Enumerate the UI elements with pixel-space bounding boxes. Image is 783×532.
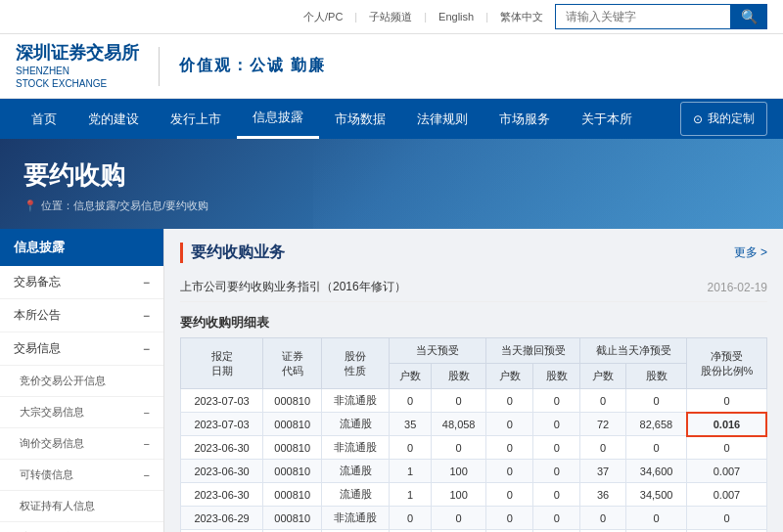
header: 深圳证券交易所 SHENZHEN STOCK EXCHANGE 价值观：公诚 勤… <box>0 34 783 99</box>
table-cell: 1 <box>390 460 431 483</box>
logo-cn: 深圳证券交易所 <box>16 42 139 65</box>
sidebar-item-xunjia[interactable]: 询价交易信息− <box>0 428 163 460</box>
table-cell: 0 <box>625 436 687 460</box>
table-cell: 流通股 <box>322 483 390 507</box>
sidebar-item-quanzheng[interactable]: 权证持有人信息 <box>0 491 163 522</box>
table-cell: 0 <box>486 389 533 413</box>
logo-area: 深圳证券交易所 SHENZHEN STOCK EXCHANGE 价值观：公诚 勤… <box>16 42 326 90</box>
table-row: 2023-06-30000810流通股1100003634,5000.007 <box>181 483 767 507</box>
table-cell: 0 <box>533 389 580 413</box>
hero-section: 要约收购 📍 位置：信息披露/交易信息/要约收购 <box>0 139 783 229</box>
sidebar-item-jingjiajiaoy[interactable]: 竞价交易公开信息 <box>0 366 163 397</box>
table-cell: 0 <box>533 413 580 436</box>
th-type: 股份性质 <box>322 338 390 389</box>
table-cell: 0 <box>533 507 580 530</box>
table-cell: 000810 <box>263 507 322 530</box>
sidebar-item-gonggao[interactable]: 本所公告− <box>0 299 163 332</box>
personal-link[interactable]: 个人/PC <box>303 10 343 24</box>
table-cell: 000810 <box>263 413 322 436</box>
table-row: 2023-07-03000810流通股3548,058007282,6580.0… <box>181 413 767 436</box>
table-cell: 36 <box>580 483 625 507</box>
table-cell: 48,058 <box>431 413 486 436</box>
sidebar-item-jingwai[interactable]: 境外投资者持股信息− <box>0 522 163 532</box>
content-area: 要约收购业务 更多 > 上市公司要约收购业务指引（2016年修订） 2016-0… <box>164 229 783 532</box>
th-today-receive: 当天预受 <box>390 338 486 364</box>
child-link[interactable]: 子站频道 <box>369 10 412 24</box>
table-cell: 000810 <box>263 389 322 413</box>
top-search-button[interactable]: 🔍 <box>731 4 767 29</box>
nav-services[interactable]: 市场服务 <box>484 101 566 138</box>
table-row: 2023-06-29000810非流通股0000000 <box>181 507 767 530</box>
nav-about[interactable]: 关于本所 <box>566 101 648 138</box>
table-cell: 2023-06-30 <box>181 483 263 507</box>
sidebar-item-jiaoyi[interactable]: 交易备忘− <box>0 266 163 299</box>
th-s3: 股数 <box>625 364 687 389</box>
table-cell: 000810 <box>263 436 322 460</box>
chinese-link[interactable]: 繁体中文 <box>500 10 543 24</box>
data-table: 报定日期 证券代码 股份性质 当天预受 当天撤回预受 截止当天净预受 净预受股份… <box>180 337 767 532</box>
table-cell: 72 <box>580 413 625 436</box>
th-c1: 户数 <box>390 364 431 389</box>
table-row: 2023-06-30000810流通股1100003734,6000.007 <box>181 460 767 483</box>
sidebar-item-dazong[interactable]: 大宗交易信息− <box>0 397 163 428</box>
nav-home[interactable]: 首页 <box>16 101 72 138</box>
table-cell: 0 <box>486 460 533 483</box>
table-cell: 0 <box>580 436 625 460</box>
table-cell: 0 <box>431 389 486 413</box>
table-cell: 0 <box>580 507 625 530</box>
nav-market-data[interactable]: 市场数据 <box>319 101 401 138</box>
table-cell: 35 <box>390 413 431 436</box>
main-area: 信息披露 交易备忘− 本所公告− 交易信息− 竞价交易公开信息 大宗交易信息− … <box>0 229 783 532</box>
table-cell: 0 <box>580 389 625 413</box>
table-cell: 流通股 <box>322 413 390 436</box>
table-cell: 34,500 <box>625 483 687 507</box>
more-link[interactable]: 更多 > <box>734 244 767 261</box>
table-cell: 2023-07-03 <box>181 389 263 413</box>
logo-en2: STOCK EXCHANGE <box>16 77 139 90</box>
th-c2: 户数 <box>486 364 533 389</box>
table-cell: 100 <box>431 460 486 483</box>
table-title: 要约收购明细表 <box>180 314 767 332</box>
table-row: 2023-07-03000810非流通股0000000 <box>181 389 767 413</box>
table-cell: 100 <box>431 483 486 507</box>
nav-law[interactable]: 法律规则 <box>401 101 484 138</box>
header-search-area: 🔍 <box>555 4 767 29</box>
table-cell: 2023-06-30 <box>181 436 263 460</box>
table-cell: 2023-06-29 <box>181 507 263 530</box>
table-cell: 34,600 <box>625 460 687 483</box>
sidebar-title: 信息披露 <box>0 229 163 266</box>
nav-custom[interactable]: ⊙ 我的定制 <box>680 102 767 136</box>
table-cell: 2023-07-03 <box>181 413 263 436</box>
table-cell: 0 <box>486 413 533 436</box>
breadcrumb-icon: 📍 <box>23 200 37 212</box>
top-bar: 个人/PC | 子站频道 | English | 繁体中文 🔍 <box>0 0 783 34</box>
table-cell: 37 <box>580 460 625 483</box>
th-ratio: 净预受股份比例% <box>687 338 766 389</box>
nav-listing[interactable]: 发行上市 <box>155 101 237 138</box>
th-s1: 股数 <box>431 364 486 389</box>
top-search-input[interactable] <box>555 4 731 29</box>
nav-disclosure[interactable]: 信息披露 <box>237 99 319 139</box>
breadcrumb: 📍 位置：信息披露/交易信息/要约收购 <box>23 199 760 213</box>
th-today-withdraw: 当天撤回预受 <box>486 338 580 364</box>
logo: 深圳证券交易所 SHENZHEN STOCK EXCHANGE <box>16 42 139 90</box>
table-cell: 非流通股 <box>322 436 390 460</box>
table-row: 2023-06-30000810非流通股0000000 <box>181 436 767 460</box>
sidebar-item-kezhuanzhai[interactable]: 可转债信息− <box>0 460 163 491</box>
breadcrumb-text: 位置：信息披露/交易信息/要约收购 <box>41 199 208 213</box>
table-cell: 0.007 <box>687 460 766 483</box>
doc-title[interactable]: 上市公司要约收购业务指引（2016年修订） <box>180 279 406 295</box>
doc-row: 上市公司要约收购业务指引（2016年修订） 2016-02-19 <box>180 273 767 302</box>
logo-divider <box>159 47 160 86</box>
table-cell: 0 <box>390 389 431 413</box>
table-cell: 000810 <box>263 483 322 507</box>
table-cell: 0 <box>486 507 533 530</box>
english-link[interactable]: English <box>438 11 474 22</box>
table-cell: 0 <box>390 507 431 530</box>
table-cell: 0 <box>687 389 766 413</box>
nav-party[interactable]: 党的建设 <box>72 101 155 138</box>
sidebar-item-jiaoyiinfo[interactable]: 交易信息− <box>0 332 163 366</box>
sidebar: 信息披露 交易备忘− 本所公告− 交易信息− 竞价交易公开信息 大宗交易信息− … <box>0 229 164 532</box>
th-s2: 股数 <box>533 364 580 389</box>
table-cell: 2023-06-30 <box>181 460 263 483</box>
